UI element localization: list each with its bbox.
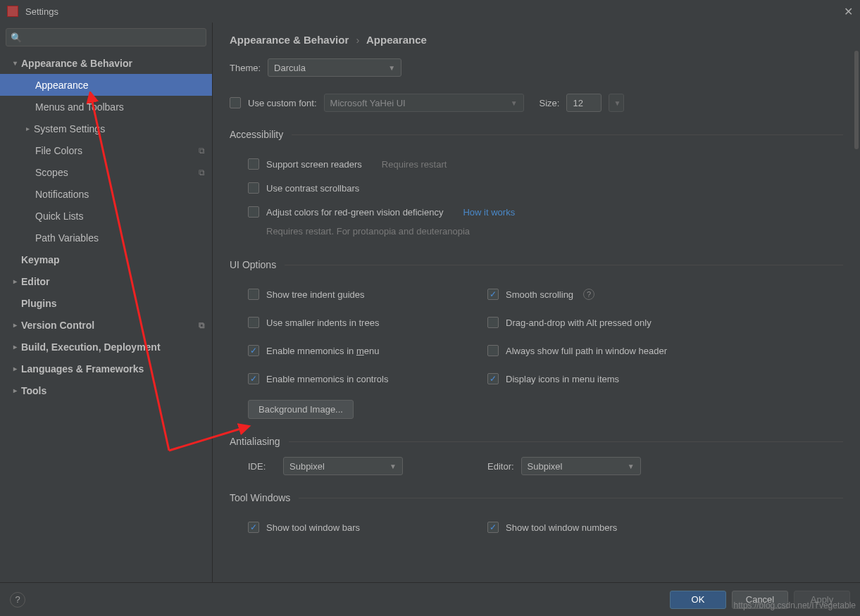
mnemonics-controls-label: Enable mnemonics in controls bbox=[266, 374, 388, 384]
tool-window-bars-checkbox[interactable] bbox=[248, 522, 259, 533]
scrollbar[interactable] bbox=[854, 51, 859, 149]
tool-windows-section: Tool Windows Show tool window bars Show … bbox=[230, 492, 843, 541]
sidebar-item-path-variables[interactable]: Path Variables bbox=[0, 227, 212, 249]
sidebar-item-editor[interactable]: Editor bbox=[0, 270, 212, 292]
icons-menu-checkbox[interactable] bbox=[487, 373, 499, 384]
use-custom-font-checkbox[interactable] bbox=[230, 97, 241, 108]
sidebar-item-languages[interactable]: Languages & Frameworks bbox=[0, 358, 212, 379]
window-title: Settings bbox=[25, 6, 58, 17]
font-size-input[interactable]: 12 bbox=[566, 94, 602, 112]
mnemonics-menu-label: Enable mnemonics in menu bbox=[266, 346, 379, 356]
chevron-down-icon: ▼ bbox=[511, 99, 518, 107]
chevron-down-icon: ▼ bbox=[614, 99, 621, 107]
theme-value: Darcula bbox=[274, 63, 306, 73]
ide-aa-label: IDE: bbox=[248, 461, 276, 472]
tool-windows-legend: Tool Windows bbox=[230, 492, 299, 503]
screen-readers-checkbox[interactable] bbox=[248, 158, 259, 170]
breadcrumb: Appearance & Behavior › Appearance bbox=[230, 34, 843, 46]
sidebar-item-plugins[interactable]: Plugins bbox=[0, 292, 212, 314]
help-button[interactable]: ? bbox=[10, 592, 25, 608]
smooth-scrolling-checkbox[interactable] bbox=[487, 289, 499, 300]
accessibility-section: Accessibility Support screen readers Req… bbox=[230, 129, 843, 242]
search-input[interactable]: 🔍 bbox=[6, 28, 206, 46]
ide-aa-dropdown[interactable]: Subpixel ▼ bbox=[283, 457, 403, 475]
search-icon: 🔍 bbox=[11, 32, 22, 43]
app-icon bbox=[7, 6, 18, 17]
ui-options-section: UI Options Show tree indent guides Smoot… bbox=[230, 259, 843, 419]
cancel-button[interactable]: Cancel bbox=[732, 591, 788, 609]
contrast-scrollbars-label: Use contrast scrollbars bbox=[266, 183, 359, 194]
breadcrumb-parent: Appearance & Behavior bbox=[230, 34, 349, 46]
chevron-down-icon: ▼ bbox=[388, 64, 395, 72]
copy-icon: ⧉ bbox=[199, 320, 205, 330]
chevron-right-icon bbox=[21, 125, 34, 132]
content-panel: Appearance & Behavior › Appearance Theme… bbox=[213, 23, 860, 582]
sidebar-item-quick-lists[interactable]: Quick Lists bbox=[0, 205, 212, 227]
chevron-right-icon bbox=[8, 277, 21, 285]
chevron-right-icon bbox=[8, 321, 21, 329]
mnemonics-menu-checkbox[interactable] bbox=[248, 345, 259, 356]
tree-indent-checkbox[interactable] bbox=[248, 289, 259, 300]
custom-font-dropdown[interactable]: Microsoft YaHei UI ▼ bbox=[324, 94, 524, 112]
mnemonics-controls-checkbox[interactable] bbox=[248, 373, 259, 384]
copy-icon: ⧉ bbox=[199, 146, 205, 156]
tree-indent-label: Show tree indent guides bbox=[266, 289, 364, 300]
breadcrumb-current: Appearance bbox=[366, 34, 427, 46]
how-it-works-link[interactable]: How it works bbox=[463, 207, 515, 218]
smooth-scrolling-label: Smooth scrolling bbox=[506, 289, 573, 300]
background-image-button[interactable]: Background Image... bbox=[248, 400, 354, 419]
accessibility-legend: Accessibility bbox=[230, 129, 292, 140]
tool-window-bars-label: Show tool window bars bbox=[266, 522, 360, 533]
smaller-indents-checkbox[interactable] bbox=[248, 317, 259, 328]
icons-menu-label: Display icons in menu items bbox=[506, 374, 619, 384]
screen-readers-label: Support screen readers bbox=[266, 159, 362, 170]
sidebar-item-appearance[interactable]: Appearance bbox=[0, 74, 212, 96]
tool-window-numbers-label: Show tool window numbers bbox=[506, 522, 617, 533]
chevron-down-icon bbox=[8, 59, 21, 67]
help-icon[interactable]: ? bbox=[583, 289, 594, 300]
apply-button[interactable]: Apply bbox=[794, 591, 850, 609]
screen-readers-hint: Requires restart bbox=[382, 159, 447, 170]
footer: ? OK Cancel Apply bbox=[0, 582, 860, 616]
editor-aa-dropdown[interactable]: Subpixel ▼ bbox=[521, 457, 641, 475]
sidebar-item-version-control[interactable]: Version Control⧉ bbox=[0, 314, 212, 336]
copy-icon: ⧉ bbox=[199, 168, 205, 177]
editor-aa-label: Editor: bbox=[487, 461, 514, 472]
sidebar-item-build[interactable]: Build, Execution, Deployment bbox=[0, 336, 212, 358]
sidebar-item-tools[interactable]: Tools bbox=[0, 379, 212, 401]
contrast-scrollbars-checkbox[interactable] bbox=[248, 182, 259, 194]
size-label: Size: bbox=[540, 98, 560, 108]
ok-button[interactable]: OK bbox=[670, 591, 726, 609]
antialiasing-section: Antialiasing IDE: Subpixel ▼ Editor: Sub… bbox=[230, 436, 843, 475]
sidebar-item-system-settings[interactable]: System Settings bbox=[0, 118, 212, 139]
color-adjust-hint: Requires restart. For protanopia and deu… bbox=[266, 226, 843, 237]
chevron-right-icon bbox=[8, 386, 21, 394]
chevron-right-icon bbox=[8, 343, 21, 351]
custom-font-value: Microsoft YaHei UI bbox=[330, 98, 406, 108]
sidebar-item-keymap[interactable]: Keymap bbox=[0, 249, 212, 270]
sidebar-item-menus-toolbars[interactable]: Menus and Toolbars bbox=[0, 96, 212, 118]
color-adjust-checkbox[interactable] bbox=[248, 206, 259, 218]
chevron-down-icon: ▼ bbox=[390, 463, 397, 470]
dnd-alt-checkbox[interactable] bbox=[487, 317, 499, 328]
full-path-checkbox[interactable] bbox=[487, 345, 499, 356]
sidebar: 🔍 Appearance & Behavior Appearance Menus… bbox=[0, 23, 213, 582]
tool-window-numbers-checkbox[interactable] bbox=[487, 522, 499, 533]
custom-font-label: Use custom font: bbox=[248, 98, 317, 108]
title-bar: Settings ✕ bbox=[0, 0, 860, 23]
chevron-right-icon: › bbox=[356, 34, 359, 46]
theme-dropdown[interactable]: Darcula ▼ bbox=[268, 58, 401, 77]
theme-label: Theme: bbox=[230, 63, 261, 73]
sidebar-item-file-colors[interactable]: File Colors⧉ bbox=[0, 139, 212, 161]
ui-options-legend: UI Options bbox=[230, 259, 285, 270]
close-icon[interactable]: ✕ bbox=[844, 5, 853, 18]
color-adjust-label: Adjust colors for red-green vision defic… bbox=[266, 207, 443, 218]
sidebar-item-notifications[interactable]: Notifications bbox=[0, 183, 212, 205]
font-size-stepper[interactable]: ▼ bbox=[609, 94, 624, 112]
full-path-label: Always show full path in window header bbox=[506, 346, 667, 356]
antialiasing-legend: Antialiasing bbox=[230, 436, 289, 447]
chevron-right-icon bbox=[8, 365, 21, 372]
dnd-alt-label: Drag-and-drop with Alt pressed only bbox=[506, 318, 652, 328]
sidebar-item-appearance-behavior[interactable]: Appearance & Behavior bbox=[0, 52, 212, 74]
sidebar-item-scopes[interactable]: Scopes⧉ bbox=[0, 161, 212, 183]
